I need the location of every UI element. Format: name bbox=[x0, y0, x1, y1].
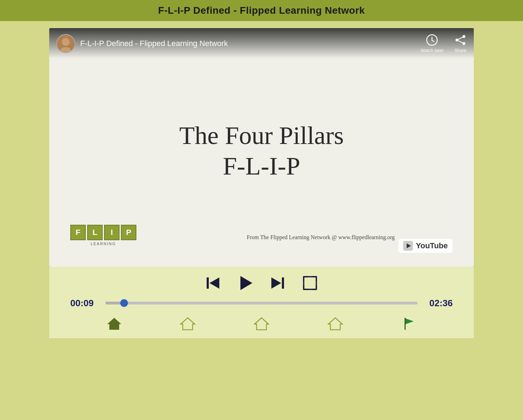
svg-marker-20 bbox=[181, 318, 195, 330]
home-outline-2-icon[interactable] bbox=[254, 316, 269, 331]
progress-row: 00:09 02:36 bbox=[49, 298, 474, 309]
svg-rect-13 bbox=[207, 277, 209, 289]
video-header: F-L-I-P Defined - Flipped Learning Netwo… bbox=[49, 28, 474, 59]
flip-box-p: P bbox=[121, 225, 136, 240]
home-outline-1-icon[interactable] bbox=[180, 316, 195, 331]
avatar bbox=[56, 34, 75, 53]
bottom-icons-row bbox=[49, 312, 474, 335]
slide-line2: F-L-I-P bbox=[179, 151, 344, 181]
youtube-label: YouTube bbox=[416, 241, 448, 250]
youtube-play-icon bbox=[403, 241, 413, 251]
time-total: 02:36 bbox=[425, 298, 453, 309]
flip-credit: From The Flipped Learning Network @ www.… bbox=[247, 234, 395, 241]
home-outline-3-icon[interactable] bbox=[328, 316, 343, 331]
video-player: F-L-I-P Defined - Flipped Learning Netwo… bbox=[49, 28, 474, 267]
video-content[interactable]: The Four Pillars F-L-I-P F L I P LEARNIN… bbox=[49, 28, 474, 267]
time-current: 00:09 bbox=[70, 298, 98, 309]
svg-line-10 bbox=[457, 40, 464, 44]
share-button[interactable]: Share bbox=[454, 34, 467, 53]
slide-title: The Four Pillars F-L-I-P bbox=[179, 120, 344, 181]
flag-icon[interactable] bbox=[401, 316, 417, 331]
flip-box-l: L bbox=[87, 225, 103, 240]
progress-bar[interactable] bbox=[105, 302, 418, 304]
page-title: F-L-I-P Defined - Flipped Learning Netwo… bbox=[7, 5, 516, 16]
progress-thumb[interactable] bbox=[120, 299, 128, 307]
video-header-left: F-L-I-P Defined - Flipped Learning Netwo… bbox=[56, 34, 228, 53]
share-label: Share bbox=[454, 48, 467, 53]
slide-content: The Four Pillars F-L-I-P F L I P LEARNIN… bbox=[49, 28, 474, 267]
fullscreen-button[interactable] bbox=[301, 274, 319, 292]
watch-later-button[interactable]: Watch later bbox=[421, 34, 444, 53]
svg-rect-18 bbox=[304, 277, 316, 289]
transport-controls bbox=[204, 274, 319, 292]
flip-boxes: F L I P bbox=[70, 225, 136, 240]
play-button[interactable] bbox=[236, 274, 254, 292]
svg-marker-15 bbox=[240, 276, 252, 290]
slide-line1: The Four Pillars bbox=[179, 120, 344, 151]
controls-area: 00:09 02:36 bbox=[49, 267, 474, 338]
flip-learning-text: LEARNING bbox=[91, 242, 116, 246]
svg-marker-17 bbox=[271, 277, 281, 289]
svg-marker-19 bbox=[107, 318, 121, 330]
svg-marker-21 bbox=[254, 318, 269, 330]
svg-rect-16 bbox=[282, 277, 284, 289]
flip-box-i: I bbox=[104, 225, 120, 240]
svg-marker-24 bbox=[406, 319, 414, 324]
skip-forward-button[interactable] bbox=[269, 274, 287, 292]
video-title: F-L-I-P Defined - Flipped Learning Netwo… bbox=[80, 39, 228, 48]
youtube-badge: YouTube bbox=[398, 239, 453, 253]
flip-box-f: F bbox=[70, 225, 86, 240]
video-header-right: Watch later Share bbox=[421, 34, 467, 53]
main-container: F-L-I-P Defined - Flipped Learning Netwo… bbox=[0, 21, 523, 420]
svg-point-1 bbox=[62, 38, 70, 46]
flip-logo: F L I P LEARNING bbox=[70, 225, 136, 246]
svg-marker-14 bbox=[209, 277, 219, 289]
svg-line-9 bbox=[457, 37, 464, 40]
svg-line-5 bbox=[432, 40, 434, 41]
svg-marker-22 bbox=[328, 318, 342, 330]
skip-back-button[interactable] bbox=[204, 274, 222, 292]
avatar-image bbox=[57, 35, 75, 52]
svg-rect-23 bbox=[405, 318, 406, 330]
home-filled-icon[interactable] bbox=[106, 316, 122, 331]
watch-later-label: Watch later bbox=[421, 48, 444, 53]
title-bar: F-L-I-P Defined - Flipped Learning Netwo… bbox=[0, 0, 523, 21]
